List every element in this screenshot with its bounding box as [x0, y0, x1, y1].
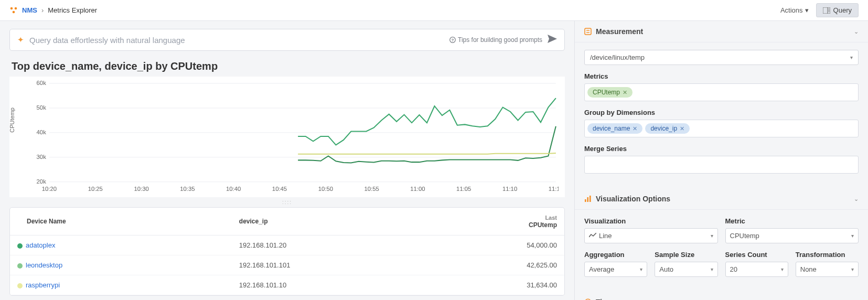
table-header[interactable]: Device Name — [10, 208, 232, 235]
svg-rect-36 — [587, 197, 589, 202]
metrics-label: Metrics — [584, 72, 859, 80]
metric-select[interactable]: CPUtemp▾ — [725, 228, 859, 243]
query-toggle-button[interactable]: Query — [816, 3, 859, 17]
chart: CPUtemp 20k30k40k50k60k10:2010:2510:3010… — [9, 77, 565, 197]
svg-text:11:15: 11:15 — [549, 186, 559, 192]
remove-tag-icon[interactable]: ✕ — [633, 125, 637, 132]
measurement-icon — [584, 28, 592, 35]
svg-text:40k: 40k — [37, 129, 47, 135]
remove-tag-icon[interactable]: ✕ — [680, 125, 684, 132]
transformation-select[interactable]: None▾ — [796, 262, 859, 277]
svg-text:30k: 30k — [37, 154, 47, 160]
metric-tag[interactable]: CPUtemp ✕ — [587, 87, 633, 98]
svg-text:10:45: 10:45 — [272, 186, 287, 192]
svg-text:11:10: 11:10 — [502, 186, 517, 192]
dimension-tag[interactable]: device_ip ✕ — [645, 123, 690, 134]
side-panel: Measurement ⌄ /device/linux/temp▾ Metric… — [574, 21, 868, 300]
viz-icon — [584, 195, 592, 202]
main-panel: ✦ Query data effortlessly with natural l… — [0, 21, 574, 300]
svg-point-0 — [10, 7, 13, 9]
series-dot-icon — [17, 283, 23, 288]
svg-text:11:00: 11:00 — [410, 186, 425, 192]
svg-text:?: ? — [452, 38, 454, 42]
sample-size-select[interactable]: Auto▾ — [655, 262, 717, 277]
remove-tag-icon[interactable]: ✕ — [623, 89, 627, 96]
breadcrumb: NMS › Metrics Explorer — [9, 6, 97, 15]
table-row[interactable]: leondesktop192.168.101.10142,625.00 — [10, 255, 564, 275]
merge-label: Merge Series — [584, 145, 859, 153]
send-icon[interactable] — [548, 35, 557, 45]
table-header[interactable]: device_ip — [232, 208, 430, 235]
breadcrumb-current: Metrics Explorer — [48, 6, 97, 14]
line-chart-icon — [589, 233, 596, 238]
aggregation-select[interactable]: Average▾ — [584, 262, 647, 277]
results-table: Device Namedevice_ipLastCPUtemp adatople… — [9, 207, 565, 296]
svg-text:20k: 20k — [37, 178, 47, 185]
svg-text:10:55: 10:55 — [364, 186, 379, 192]
svg-text:10:40: 10:40 — [226, 186, 241, 192]
table-row[interactable]: raspberrypi192.168.101.1031,634.00 — [10, 275, 564, 295]
breadcrumb-root[interactable]: NMS — [22, 6, 37, 14]
topbar: NMS › Metrics Explorer Actions ▾ Query — [0, 0, 868, 21]
panel-icon — [823, 7, 830, 14]
chevron-right-icon: › — [41, 6, 44, 14]
svg-text:10:50: 10:50 — [318, 186, 333, 192]
svg-text:10:35: 10:35 — [180, 186, 195, 192]
groupby-label: Group by Dimensions — [584, 109, 859, 116]
device-link[interactable]: raspberrypi — [26, 281, 60, 289]
svg-text:10:20: 10:20 — [42, 186, 57, 192]
device-link[interactable]: adatoplex — [26, 241, 55, 249]
sparkle-icon: ✦ — [17, 35, 24, 45]
viz-section-header[interactable]: Visualization Options ⌄ — [575, 188, 868, 210]
svg-rect-35 — [585, 199, 586, 202]
svg-text:10:25: 10:25 — [88, 186, 103, 192]
table-header[interactable]: LastCPUtemp — [430, 208, 564, 235]
svg-text:60k: 60k — [37, 81, 47, 86]
chart-title: Top device_name, device_ip by CPUtemp — [12, 60, 565, 72]
measurement-section-header[interactable]: Measurement ⌄ — [575, 21, 868, 42]
chevron-down-icon: ⌄ — [854, 196, 859, 202]
help-icon: ? — [449, 37, 456, 43]
svg-point-2 — [13, 10, 15, 13]
measurement-select[interactable]: /device/linux/temp▾ — [584, 50, 859, 65]
visualization-select[interactable]: Line ▾ — [584, 228, 718, 243]
svg-rect-32 — [585, 28, 591, 35]
chevron-down-icon: ⌄ — [854, 28, 859, 35]
svg-text:11:05: 11:05 — [456, 186, 471, 192]
svg-text:50k: 50k — [37, 104, 47, 111]
series-dot-icon — [17, 243, 23, 249]
tips-link[interactable]: ? Tips for building good prompts — [449, 36, 542, 44]
app-logo-icon — [9, 6, 18, 15]
groupby-input[interactable]: device_name ✕device_ip ✕ — [584, 120, 859, 137]
nl-query-placeholder: Query data effortlessly with natural lan… — [29, 36, 444, 45]
table-row[interactable]: adatoplex192.168.101.2054,000.00 — [10, 235, 564, 255]
time-section-header[interactable]: Time ⌄ — [575, 292, 868, 300]
dimension-tag[interactable]: device_name ✕ — [587, 123, 642, 134]
actions-menu-button[interactable]: Actions ▾ — [780, 6, 809, 14]
nl-query-input[interactable]: ✦ Query data effortlessly with natural l… — [9, 29, 565, 51]
caret-down-icon: ▾ — [805, 6, 809, 14]
svg-text:10:30: 10:30 — [134, 186, 148, 192]
series-count-select[interactable]: 20▾ — [725, 262, 788, 277]
merge-input[interactable] — [584, 156, 859, 174]
metrics-input[interactable]: CPUtemp ✕ — [584, 83, 859, 101]
device-link[interactable]: leondesktop — [26, 261, 62, 269]
series-dot-icon — [17, 263, 23, 269]
chart-y-axis-label: CPUtemp — [9, 108, 15, 133]
resize-handle[interactable]: :::: — [9, 197, 565, 207]
svg-rect-37 — [590, 196, 591, 202]
svg-point-1 — [15, 7, 17, 9]
